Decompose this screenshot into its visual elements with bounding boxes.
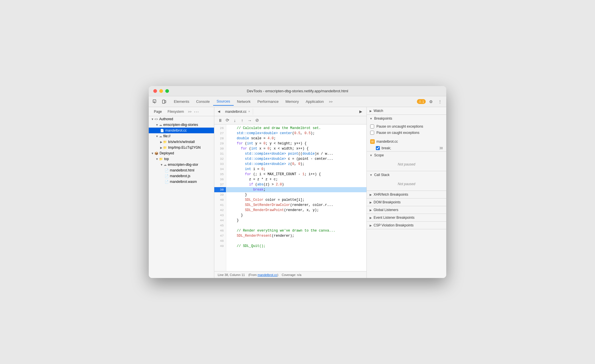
line-num-41: 41 [214,203,226,208]
scope-section-header[interactable]: ▼ Scope [367,152,446,159]
pause-uncaught-checkbox[interactable] [370,124,374,128]
step-into-button[interactable]: ↓ [231,117,238,124]
tree-item-mandelbrot-wasm[interactable]: 📄 mandelbrot.wasm [149,179,214,185]
code-editor-area[interactable]: 26 27 28 29 30 31 32 33 34 35 36 37 38 3… [214,124,366,271]
source-info: (From mandelbrot.cc) [248,273,278,277]
tab-list: Elements Console Sources Network Perform… [170,97,417,106]
tab-application[interactable]: Application [302,98,327,105]
event-listeners-label: Event Listener Breakpoints [374,216,414,220]
svg-rect-0 [153,100,156,103]
tab-page[interactable]: Page [151,109,165,115]
minimize-button[interactable] [159,89,163,93]
warning-badge[interactable]: ⚠ 1 [417,99,426,104]
breakpoints-section-header[interactable]: ▼ Breakpoints [367,115,446,122]
line-numbers: 26 27 28 29 30 31 32 33 34 35 36 37 38 3… [214,124,226,271]
code-lines: // Calculate and draw the Mandelbrot set… [226,124,366,271]
csp-label: CSP Violation Breakpoints [374,223,413,227]
tab-elements[interactable]: Elements [170,98,193,105]
more-options-button[interactable]: ⋮ [436,98,444,106]
deactivate-breakpoints-button[interactable]: ⊘ [254,117,260,124]
tab-performance[interactable]: Performance [254,98,282,105]
close-button[interactable] [153,89,157,93]
global-listeners-section-header[interactable]: ▶ Global Listeners [367,206,446,214]
breakpoint-enabled-checkbox[interactable] [376,146,380,150]
line-num-43: 43 [214,213,226,218]
xhr-section-header[interactable]: ▶ XHR/fetch Breakpoints [367,191,446,198]
breakpoint-code: break; [382,146,391,150]
dom-bp-section-header[interactable]: ▶ DOM Breakpoints [367,199,446,206]
tree-item-deployed[interactable]: ▼ 📦 Deployed [149,150,214,156]
maximize-button[interactable] [165,89,169,93]
inspect-element-button[interactable] [151,98,159,106]
pause-caught-label: Pause on caught exceptions [376,131,419,135]
tree-item-mandelbrot-js[interactable]: 📄 mandelbrot.js [149,173,214,179]
tab-console[interactable]: Console [193,98,213,105]
tree-item-mandelbrot-html[interactable]: 📄 mandelbrot.html [149,167,214,173]
code-line-27: std::complex<double> center(0.5, 0.5); [226,131,366,136]
install-label: b/s/w/ir/x/w/install [168,140,195,144]
tree-item-emscripten-deployed[interactable]: ▼ ☁ emscripten-dbg-stor [149,162,214,167]
code-tab-mandelbrot-cc[interactable]: mandelbrot.cc × [222,109,253,115]
traffic-lights [153,89,169,93]
code-panel: ◀ mandelbrot.cc × ▶ ⏸ ⟳ ↓ ↑ → ⊘ [214,107,366,278]
pause-caught-checkbox[interactable] [370,131,374,135]
pause-resume-button[interactable]: ⏸ [217,117,223,124]
svg-rect-4 [165,101,166,103]
tree-item-emscripten-authored[interactable]: ▼ ☁ emscripten-dbg-stories [149,122,214,128]
code-tab-close[interactable]: × [248,110,250,113]
line-num-45: 45 [214,223,226,228]
code-line-35: for (; i < MAX_ITER_COUNT - 1; i++) { [226,172,366,177]
expand-tmp-icon: ▶ [160,146,162,149]
device-toggle-button[interactable] [160,98,168,106]
xhr-arrow-icon: ▶ [370,193,372,196]
tab-network[interactable]: Network [234,98,254,105]
line-num-29: 29 [214,141,226,146]
tree-item-mandelbrot-cc[interactable]: 📄 mandelbrot.cc [149,128,214,133]
line-num-31: 31 [214,151,226,156]
mandelbrot-wasm-label: mandelbrot.wasm [170,180,197,184]
source-link[interactable]: mandelbrot.cc [258,273,277,277]
step-over-button[interactable]: ⟳ [224,117,231,124]
global-listeners-section: ▶ Global Listeners [367,206,446,214]
secondary-tabs-dots[interactable]: ⋯ [193,109,200,115]
expand-emscripten-icon: ▼ [156,123,158,126]
toggle-sidebar-button[interactable]: ◀ [215,108,222,115]
line-num-47: 47 [214,233,226,238]
code-line-29: for (int y = 0; y < height; y++) { [226,141,366,146]
code-line-33: std::complex<double> z(0, 0); [226,161,366,167]
secondary-tabs-more[interactable]: >> [187,109,193,114]
tree-item-tmp[interactable]: ▶ 📁 tmp/tmp.ELcTq2YGN [149,145,214,150]
file-icon-wasm: 📄 [165,180,169,184]
tab-filesystem[interactable]: Filesystem [165,109,187,115]
event-listeners-section-header[interactable]: ▶ Event Listener Breakpoints [367,214,446,221]
debugger-panel: ▶ Watch ▼ Breakpoints Pause on uncaught … [366,107,446,278]
breakpoint-item-38[interactable]: break; 38 [367,145,446,151]
line-num-30: 30 [214,146,226,151]
devtools-body: Page Filesystem >> ⋯ ▼ <> Authored ▼ ☁ e… [149,107,446,278]
tree-item-file[interactable]: ▼ ☁ file:// [149,133,214,139]
toggle-right-panel-button[interactable]: ▶ [357,108,364,115]
tab-sources[interactable]: Sources [213,97,234,106]
tabs-more-button[interactable]: >> [327,99,334,105]
expand-deployed-icon: ▼ [151,152,154,155]
settings-button[interactable]: ⚙ [427,98,435,106]
tree-item-install[interactable]: ▶ 📁 b/s/w/ir/x/w/install [149,139,214,145]
tab-memory[interactable]: Memory [282,98,302,105]
watch-section-header[interactable]: ▶ Watch [367,107,446,114]
cloud-icon-deployed: ☁ [164,163,167,167]
expand-top-icon: ▼ [156,158,158,161]
breakpoints-arrow-icon: ▼ [370,117,372,120]
csp-section-header[interactable]: ▶ CSP Violation Breakpoints [367,222,446,229]
deployed-icon: 📦 [154,152,158,155]
step-button[interactable]: → [246,117,253,124]
tree-item-authored[interactable]: ▼ <> Authored [149,116,214,122]
call-stack-section-header[interactable]: ▼ Call Stack [367,171,446,179]
line-num-32: 32 [214,156,226,161]
tree-item-top[interactable]: ▼ 📁 top [149,156,214,162]
line-num-27: 27 [214,131,226,136]
step-out-button[interactable]: ↑ [239,117,246,124]
emscripten-authored-label: emscripten-dbg-stories [163,123,198,127]
authored-label: Authored [159,117,173,121]
watch-label: Watch [374,109,383,113]
titlebar: DevTools - emscripten-dbg-stories.netlif… [149,86,446,96]
